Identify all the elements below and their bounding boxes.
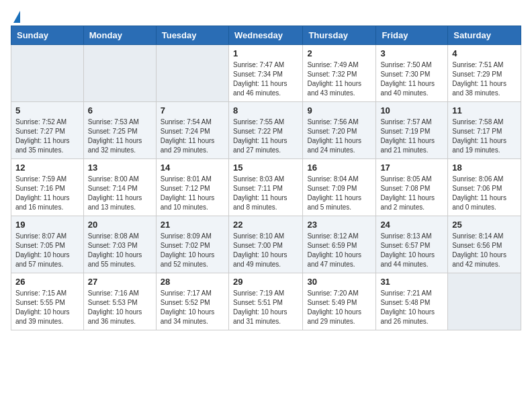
calendar-cell: 27Sunrise: 7:16 AMSunset: 5:53 PMDayligh…: [83, 273, 156, 330]
calendar-cell: 5Sunrise: 7:52 AMSunset: 7:27 PMDaylight…: [11, 102, 84, 159]
day-info: Sunrise: 7:52 AMSunset: 7:27 PMDaylight:…: [15, 118, 79, 155]
day-info: Sunrise: 8:01 AMSunset: 7:12 PMDaylight:…: [161, 175, 224, 212]
calendar-table: SundayMondayTuesdayWednesdayThursdayFrid…: [11, 26, 521, 330]
day-number: 15: [233, 163, 298, 173]
day-number: 21: [161, 220, 224, 230]
calendar-header-row: SundayMondayTuesdayWednesdayThursdayFrid…: [11, 26, 521, 45]
logo-triangle-icon: [13, 11, 20, 23]
calendar-cell: 31Sunrise: 7:21 AMSunset: 5:48 PMDayligh…: [376, 273, 448, 330]
calendar-cell: 16Sunrise: 8:04 AMSunset: 7:09 PMDayligh…: [303, 159, 376, 216]
calendar-cell: 11Sunrise: 7:58 AMSunset: 7:17 PMDayligh…: [448, 102, 521, 159]
calendar-cell: 14Sunrise: 8:01 AMSunset: 7:12 PMDayligh…: [156, 159, 228, 216]
day-number: 22: [233, 220, 298, 230]
day-number: 16: [307, 163, 371, 173]
calendar-cell: [156, 45, 228, 102]
day-number: 14: [161, 163, 224, 173]
calendar-cell: 4Sunrise: 7:51 AMSunset: 7:29 PMDaylight…: [448, 45, 521, 102]
calendar-cell: 30Sunrise: 7:20 AMSunset: 5:49 PMDayligh…: [303, 273, 376, 330]
day-info: Sunrise: 8:14 AMSunset: 6:56 PMDaylight:…: [452, 232, 517, 269]
day-info: Sunrise: 7:20 AMSunset: 5:49 PMDaylight:…: [307, 289, 371, 326]
day-number: 7: [161, 105, 224, 116]
day-number: 23: [307, 220, 371, 230]
day-info: Sunrise: 7:16 AMSunset: 5:53 PMDaylight:…: [88, 289, 152, 326]
day-info: Sunrise: 8:06 AMSunset: 7:06 PMDaylight:…: [452, 175, 517, 212]
day-number: 1: [233, 48, 298, 58]
day-number: 24: [380, 220, 443, 230]
day-number: 10: [380, 105, 443, 116]
calendar-cell: [11, 45, 84, 102]
day-info: Sunrise: 7:17 AMSunset: 5:52 PMDaylight:…: [161, 289, 224, 326]
day-number: 27: [88, 277, 152, 287]
calendar-cell: 25Sunrise: 8:14 AMSunset: 6:56 PMDayligh…: [448, 216, 521, 273]
calendar-cell: 29Sunrise: 7:19 AMSunset: 5:51 PMDayligh…: [228, 273, 302, 330]
day-number: 13: [88, 163, 152, 173]
day-info: Sunrise: 7:53 AMSunset: 7:25 PMDaylight:…: [88, 118, 152, 155]
day-number: 5: [15, 105, 79, 116]
day-info: Sunrise: 7:21 AMSunset: 5:48 PMDaylight:…: [380, 289, 443, 326]
logo: [11, 11, 20, 20]
day-info: Sunrise: 7:55 AMSunset: 7:22 PMDaylight:…: [233, 118, 298, 155]
day-info: Sunrise: 8:12 AMSunset: 6:59 PMDaylight:…: [307, 232, 371, 269]
calendar-cell: 18Sunrise: 8:06 AMSunset: 7:06 PMDayligh…: [448, 159, 521, 216]
calendar-cell: 10Sunrise: 7:57 AMSunset: 7:19 PMDayligh…: [376, 102, 448, 159]
calendar-cell: 19Sunrise: 8:07 AMSunset: 7:05 PMDayligh…: [11, 216, 84, 273]
day-info: Sunrise: 7:51 AMSunset: 7:29 PMDaylight:…: [452, 60, 517, 98]
day-info: Sunrise: 8:08 AMSunset: 7:03 PMDaylight:…: [88, 232, 152, 269]
calendar-cell: 2Sunrise: 7:49 AMSunset: 7:32 PMDaylight…: [303, 45, 376, 102]
day-info: Sunrise: 7:50 AMSunset: 7:30 PMDaylight:…: [380, 60, 443, 98]
day-number: 28: [161, 277, 224, 287]
calendar-cell: 13Sunrise: 8:00 AMSunset: 7:14 PMDayligh…: [83, 159, 156, 216]
weekday-header-sunday: Sunday: [11, 26, 84, 45]
day-number: 3: [380, 48, 443, 58]
day-number: 6: [88, 105, 152, 116]
calendar-week-row: 1Sunrise: 7:47 AMSunset: 7:34 PMDaylight…: [11, 45, 521, 102]
day-number: 11: [452, 105, 517, 116]
calendar-cell: 23Sunrise: 8:12 AMSunset: 6:59 PMDayligh…: [303, 216, 376, 273]
day-number: 26: [15, 277, 79, 287]
day-info: Sunrise: 7:59 AMSunset: 7:16 PMDaylight:…: [15, 175, 79, 212]
calendar-cell: 7Sunrise: 7:54 AMSunset: 7:24 PMDaylight…: [156, 102, 228, 159]
day-number: 2: [307, 48, 371, 58]
day-info: Sunrise: 7:57 AMSunset: 7:19 PMDaylight:…: [380, 118, 443, 155]
calendar-cell: 24Sunrise: 8:13 AMSunset: 6:57 PMDayligh…: [376, 216, 448, 273]
day-info: Sunrise: 7:54 AMSunset: 7:24 PMDaylight:…: [161, 118, 224, 155]
calendar-cell: 3Sunrise: 7:50 AMSunset: 7:30 PMDaylight…: [376, 45, 448, 102]
day-number: 30: [307, 277, 371, 287]
calendar-cell: 12Sunrise: 7:59 AMSunset: 7:16 PMDayligh…: [11, 159, 84, 216]
calendar-cell: 17Sunrise: 8:05 AMSunset: 7:08 PMDayligh…: [376, 159, 448, 216]
day-number: 31: [380, 277, 443, 287]
day-info: Sunrise: 8:09 AMSunset: 7:02 PMDaylight:…: [161, 232, 224, 269]
calendar-cell: 8Sunrise: 7:55 AMSunset: 7:22 PMDaylight…: [228, 102, 302, 159]
calendar-cell: [83, 45, 156, 102]
day-number: 25: [452, 220, 517, 230]
day-number: 8: [233, 105, 298, 116]
day-info: Sunrise: 8:07 AMSunset: 7:05 PMDaylight:…: [15, 232, 79, 269]
calendar-cell: 22Sunrise: 8:10 AMSunset: 7:00 PMDayligh…: [228, 216, 302, 273]
calendar-week-row: 26Sunrise: 7:15 AMSunset: 5:55 PMDayligh…: [11, 273, 521, 330]
weekday-header-monday: Monday: [83, 26, 156, 45]
day-info: Sunrise: 7:49 AMSunset: 7:32 PMDaylight:…: [307, 60, 371, 98]
day-info: Sunrise: 8:10 AMSunset: 7:00 PMDaylight:…: [233, 232, 298, 269]
calendar-week-row: 19Sunrise: 8:07 AMSunset: 7:05 PMDayligh…: [11, 216, 521, 273]
day-info: Sunrise: 8:03 AMSunset: 7:11 PMDaylight:…: [233, 175, 298, 212]
calendar-cell: 9Sunrise: 7:56 AMSunset: 7:20 PMDaylight…: [303, 102, 376, 159]
day-info: Sunrise: 7:15 AMSunset: 5:55 PMDaylight:…: [15, 289, 79, 326]
day-info: Sunrise: 8:05 AMSunset: 7:08 PMDaylight:…: [380, 175, 443, 212]
day-info: Sunrise: 8:13 AMSunset: 6:57 PMDaylight:…: [380, 232, 443, 269]
day-info: Sunrise: 8:00 AMSunset: 7:14 PMDaylight:…: [88, 175, 152, 212]
calendar-week-row: 12Sunrise: 7:59 AMSunset: 7:16 PMDayligh…: [11, 159, 521, 216]
weekday-header-wednesday: Wednesday: [228, 26, 302, 45]
calendar-cell: 26Sunrise: 7:15 AMSunset: 5:55 PMDayligh…: [11, 273, 84, 330]
weekday-header-thursday: Thursday: [303, 26, 376, 45]
day-number: 4: [452, 48, 517, 58]
weekday-header-tuesday: Tuesday: [156, 26, 228, 45]
calendar-week-row: 5Sunrise: 7:52 AMSunset: 7:27 PMDaylight…: [11, 102, 521, 159]
day-info: Sunrise: 7:19 AMSunset: 5:51 PMDaylight:…: [233, 289, 298, 326]
day-number: 18: [452, 163, 517, 173]
calendar-cell: [448, 273, 521, 330]
weekday-header-friday: Friday: [376, 26, 448, 45]
day-number: 12: [15, 163, 79, 173]
calendar-cell: 21Sunrise: 8:09 AMSunset: 7:02 PMDayligh…: [156, 216, 228, 273]
calendar-cell: 1Sunrise: 7:47 AMSunset: 7:34 PMDaylight…: [228, 45, 302, 102]
day-number: 19: [15, 220, 79, 230]
